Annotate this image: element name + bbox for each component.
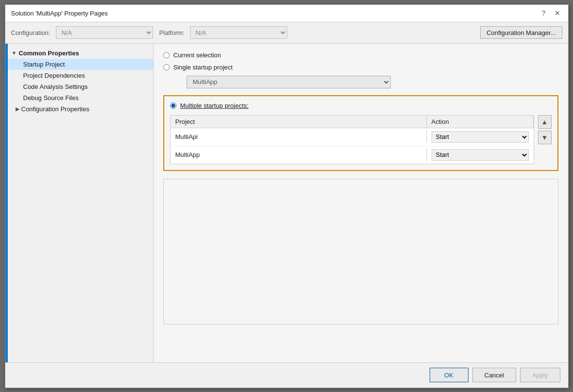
project-name-multiapp: MultiApp bbox=[171, 148, 427, 161]
multiple-startup-section: Multiple startup projects: Project Actio… bbox=[163, 95, 558, 171]
action-column-header: Action bbox=[427, 116, 534, 128]
table-row: MultiApi (none) Start Start without debu… bbox=[171, 128, 534, 146]
table-header: Project Action bbox=[171, 116, 534, 128]
action-select-multiapp[interactable]: (none) Start Start without debugging Do … bbox=[432, 149, 529, 161]
config-properties-label: Configuration Properties bbox=[21, 105, 89, 113]
empty-content-area bbox=[163, 179, 558, 324]
apply-button[interactable]: Apply bbox=[520, 368, 560, 382]
current-selection-row: Current selection bbox=[163, 51, 558, 59]
move-down-button[interactable]: ▼ bbox=[538, 131, 552, 144]
ok-button[interactable]: OK bbox=[430, 368, 469, 382]
action-cell-multiapi: (none) Start Start without debugging Do … bbox=[427, 128, 534, 146]
multiple-startup-radio[interactable] bbox=[170, 102, 176, 109]
sidebar-item-code-analysis-settings-label: Code Analysis Settings bbox=[23, 83, 88, 90]
move-up-button[interactable]: ▲ bbox=[538, 115, 552, 129]
platform-select[interactable]: N/A bbox=[190, 26, 287, 39]
sidebar-item-startup-project-label: Startup Project bbox=[23, 61, 65, 68]
arrow-right-icon: ▶ bbox=[16, 106, 19, 112]
help-button[interactable]: ? bbox=[539, 8, 549, 18]
title-bar-controls: ? ✕ bbox=[539, 8, 562, 18]
sidebar-group-common-properties[interactable]: ▼ Common Properties bbox=[8, 48, 153, 59]
configuration-select[interactable]: N/A bbox=[56, 26, 153, 39]
multiple-startup-text: Multiple startup projects: bbox=[180, 102, 249, 109]
current-selection-label[interactable]: Current selection bbox=[174, 51, 221, 59]
dialog-title: Solution 'MultiApp' Property Pages bbox=[11, 10, 108, 17]
main-content: ▼ Common Properties Startup Project Proj… bbox=[5, 44, 568, 362]
configuration-manager-button[interactable]: Configuration Manager... bbox=[480, 26, 562, 39]
projects-table: Project Action MultiApi (none) Start Sta… bbox=[170, 115, 534, 164]
table-row: MultiApp (none) Start Start without debu… bbox=[171, 146, 534, 164]
action-cell-multiapp: (none) Start Start without debugging Do … bbox=[427, 146, 534, 164]
arrow-buttons: ▲ ▼ bbox=[538, 115, 552, 164]
single-startup-text: Single startup project bbox=[174, 64, 233, 71]
arrow-down-icon: ▼ bbox=[12, 50, 17, 56]
multiple-startup-label[interactable]: Multiple startup projects: bbox=[180, 102, 249, 109]
configuration-label: Configuration: bbox=[11, 29, 51, 36]
single-project-select[interactable]: MultiApp bbox=[187, 76, 391, 88]
bottom-bar: OK Cancel Apply bbox=[5, 362, 568, 388]
platform-label: Platform: bbox=[159, 29, 184, 36]
single-startup-row: Single startup project bbox=[163, 64, 558, 71]
sidebar-item-startup-project[interactable]: Startup Project bbox=[8, 59, 153, 70]
sidebar-item-project-dependencies[interactable]: Project Dependencies bbox=[8, 70, 153, 81]
right-panel: Current selection Single startup project… bbox=[154, 44, 568, 362]
single-startup-label[interactable]: Single startup project bbox=[174, 64, 233, 71]
multiple-startup-label-row: Multiple startup projects: bbox=[170, 102, 552, 109]
sidebar-item-code-analysis-settings[interactable]: Code Analysis Settings bbox=[8, 81, 153, 92]
sidebar-item-debug-source-files[interactable]: Debug Source Files bbox=[8, 92, 153, 103]
startup-options-group: Current selection Single startup project… bbox=[163, 51, 558, 171]
common-properties-label: Common Properties bbox=[18, 50, 79, 57]
sidebar-item-debug-source-files-label: Debug Source Files bbox=[23, 94, 79, 102]
project-name-multiapi: MultiApi bbox=[171, 130, 427, 143]
project-column-header: Project bbox=[171, 116, 427, 128]
action-select-multiapi[interactable]: (none) Start Start without debugging Do … bbox=[432, 131, 529, 143]
property-pages-dialog: Solution 'MultiApp' Property Pages ? ✕ C… bbox=[5, 4, 569, 388]
config-bar: Configuration: N/A Platform: N/A Configu… bbox=[5, 22, 568, 44]
single-startup-group: Single startup project MultiApp bbox=[163, 64, 558, 88]
projects-table-wrapper: Project Action MultiApi (none) Start Sta… bbox=[170, 115, 552, 164]
close-button[interactable]: ✕ bbox=[553, 8, 562, 18]
title-bar: Solution 'MultiApp' Property Pages ? ✕ bbox=[5, 5, 568, 22]
single-project-select-wrapper: MultiApp bbox=[175, 74, 558, 88]
sidebar: ▼ Common Properties Startup Project Proj… bbox=[8, 44, 154, 362]
sidebar-item-project-dependencies-label: Project Dependencies bbox=[23, 72, 85, 79]
single-startup-radio[interactable] bbox=[163, 64, 170, 70]
cancel-button[interactable]: Cancel bbox=[472, 368, 516, 382]
sidebar-group-config-properties[interactable]: ▶ Configuration Properties bbox=[8, 103, 153, 115]
current-selection-radio[interactable] bbox=[163, 52, 170, 58]
